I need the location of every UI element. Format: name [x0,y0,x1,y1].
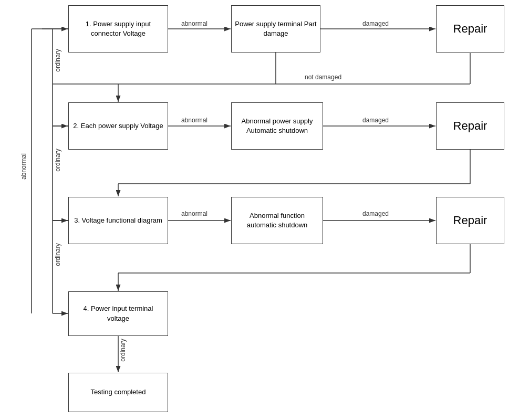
box6: Abnormal function automatic shutdown [231,197,323,244]
box5: 3. Voltage functional diagram [68,197,168,244]
box7: 4. Power input terminal voltage [68,291,168,336]
label-ordinary2: ordinary [54,149,61,171]
label-damaged1: damaged [362,20,389,27]
label-damaged2: damaged [362,117,389,124]
label-abnormal1: abnormal [181,20,207,27]
label-not-damaged1: not damaged [305,74,341,81]
box1: 1. Power supply input connector Voltage [68,5,168,52]
box8: Testing completed [68,373,168,412]
label-ordinary4: ordinary [119,339,127,361]
label-ordinary1: ordinary [54,49,61,71]
box4: Abnormal power supply Automatic shutdown [231,102,323,150]
label-abnormal3: abnormal [181,210,207,217]
label-left-abnormal: abnormal [20,153,27,180]
box3: 2. Each power supply Voltage [68,102,168,150]
repair1: Repair [436,5,504,52]
repair2: Repair [436,102,504,150]
label-ordinary3: ordinary [54,243,61,266]
label-abnormal2: abnormal [181,117,207,124]
box2: Power supply terminal Part damage [231,5,320,52]
repair3: Repair [436,197,504,244]
diagram: 1. Power supply input connector Voltage … [0,0,519,420]
label-damaged3: damaged [362,210,389,217]
